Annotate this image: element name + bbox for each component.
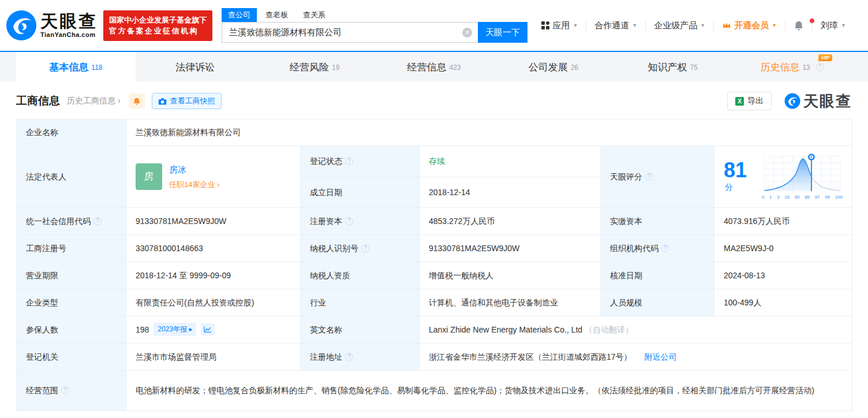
view-business-snapshot-button[interactable]: 查看工商快照 [152, 93, 222, 109]
chevron-down-icon: ▼ [632, 23, 637, 28]
search-tab-relation[interactable]: 查关系 [297, 8, 332, 22]
reg-status-value: 存续 [420, 146, 601, 177]
tab-label: 法律诉讼 [175, 61, 215, 74]
clear-search-icon[interactable]: ✕ [462, 28, 472, 38]
notification-red-dot [810, 18, 814, 23]
table-row: 统一社会信用代码? 91330781MA2E5W9J0W 注册资本? 4853.… [17, 207, 852, 234]
excel-icon: X [735, 97, 744, 106]
help-icon[interactable]: ? [345, 217, 353, 225]
reg-authority-label: 登记机关 [17, 343, 126, 370]
site-header: 天眼查 TianYanCha.com 国家中小企业发展子基金旗下 官方备案企业征… [0, 0, 868, 51]
business-scope-label: 经营范围? [17, 370, 126, 410]
status-badge: 存续 [429, 156, 445, 166]
credit-code-label: 统一社会信用代码? [17, 207, 126, 234]
business-info-table: 企业名称 兰溪致德新能源材料有限公司 法定代表人 房 房冰 任职14家企业 › … [16, 119, 852, 411]
line-chart-icon [204, 326, 212, 333]
org-code-label: 组织机构代码? [601, 234, 714, 262]
business-term-value: 2018-12-14 至 9999-09-09 [126, 262, 301, 289]
tab-intellectual-property[interactable]: 知识产权 75 [613, 52, 732, 82]
legal-rep-cell: 房 房冰 任职14家企业 › [126, 146, 301, 208]
table-row: 登记机关 兰溪市市场监督管理局 注册地址? 浙江省金华市兰溪经济开发区（兰江街道… [17, 343, 852, 370]
insured-count-label: 参保人数 [17, 316, 126, 343]
tab-label: 经营风险 [290, 61, 329, 74]
help-icon[interactable]: ? [345, 157, 353, 165]
tab-label: 基本信息 [49, 61, 88, 74]
industry-value: 计算机、通信和其他电子设备制造业 [420, 289, 601, 316]
reg-number-value: 330781000148663 [126, 234, 301, 262]
table-row: 法定代表人 房 房冰 任职14家企业 › 登记状态? 存续 天眼评分? 81分 [17, 146, 852, 177]
help-icon[interactable]: ? [345, 353, 353, 361]
legal-rep-avatar[interactable]: 房 [136, 163, 162, 190]
annual-report-badge[interactable]: 2023年报 ▸ [154, 323, 196, 336]
reg-address-text: 浙江省金华市兰溪经济开发区（兰江街道城郊西路17号） [429, 352, 632, 361]
tab-operating-risk[interactable]: 经营风险 19 [255, 52, 375, 82]
search-input[interactable] [222, 23, 478, 42]
reg-number-label: 工商注册号 [17, 234, 126, 262]
insured-count-cell: 198 2023年报 ▸ [126, 316, 301, 343]
business-term-label: 营业期限 [17, 262, 126, 289]
table-row: 经营范围? 电池新材料的研发；锂电池复合负极新材料的生产、销售(除危险化学品、易… [17, 370, 852, 410]
tab-basic-info[interactable]: 基本信息 118 [16, 52, 136, 82]
legal-rep-name-link[interactable]: 房冰 [169, 163, 219, 177]
score-label: 天眼评分? [601, 146, 714, 208]
logo-subtitle: TianYanCha.com [40, 32, 98, 38]
tianyancha-logo-icon [6, 10, 37, 41]
search-tab-boss[interactable]: 查老板 [259, 8, 294, 22]
company-type-value: 有限责任公司(自然人投资或控股) [126, 289, 301, 316]
trend-chart-button[interactable] [201, 323, 215, 335]
tab-count: 75 [690, 64, 698, 72]
tab-legal-litigation[interactable]: 法律诉讼 [136, 52, 255, 82]
legal-rep-positions-link[interactable]: 任职14家企业 › [169, 179, 219, 191]
logo-title: 天眼查 [40, 13, 98, 30]
search-button[interactable]: 天眼一下 [478, 22, 527, 43]
search-block: 查公司 查老板 查关系 ✕ 天眼一下 [222, 8, 527, 43]
nearby-companies-link[interactable]: 附近公司 [644, 352, 676, 361]
history-business-info-link[interactable]: 历史工商信息 › [67, 96, 121, 106]
section-header: 工商信息 历史工商信息 › 查看工商快照 X 导出 [16, 91, 852, 111]
tianyancha-logo[interactable]: 天眼查 TianYanCha.com [6, 10, 98, 41]
bell-icon [133, 97, 141, 106]
tab-count: 13 [802, 64, 810, 72]
help-icon[interactable]: ? [816, 63, 824, 71]
export-button[interactable]: X 导出 [727, 92, 772, 110]
table-row: 企业名称 兰溪致德新能源材料有限公司 [17, 120, 852, 146]
chevron-down-icon: ▼ [700, 23, 705, 28]
monitor-bell-button[interactable] [129, 94, 145, 109]
crown-icon [722, 21, 731, 29]
score-axis-labels: 01 315 5085 9799 100 [762, 194, 843, 201]
help-icon[interactable]: ? [361, 244, 369, 252]
gov-badge-line2: 官方备案企业征信机构 [109, 25, 207, 37]
english-name-text: Lanxi Zhide New Energy Materials Co., Lt… [429, 325, 582, 334]
help-icon[interactable]: ? [93, 217, 102, 225]
chevron-down-icon: ▼ [573, 23, 578, 28]
nav-notifications[interactable] [785, 20, 812, 31]
nav-vip-upgrade[interactable]: 开通会员 ▼ [713, 20, 785, 31]
tab-label: 公司发展 [529, 61, 568, 74]
score-unit: 分 [725, 182, 733, 192]
tab-history-info[interactable]: VIP 历史信息 13 ? [732, 52, 852, 82]
help-icon[interactable]: ? [61, 386, 69, 394]
tab-business-info[interactable]: 经营信息 423 [375, 52, 494, 82]
legal-rep-label: 法定代表人 [17, 146, 126, 208]
nav-user-menu[interactable]: 刘璋 ▼ [812, 20, 854, 31]
table-row: 工商注册号 330781000148663 纳税人识别号? 91330781MA… [17, 234, 852, 262]
help-icon[interactable]: ? [661, 244, 669, 252]
camera-icon [158, 98, 167, 105]
nav-partner[interactable]: 合作通道 ▼ [586, 20, 645, 31]
tab-company-development[interactable]: 公司发展 26 [493, 52, 613, 82]
english-name-label: 英文名称 [301, 316, 420, 343]
tab-count: 19 [332, 64, 339, 72]
vip-badge: VIP [818, 54, 833, 61]
taxpayer-quals-label: 纳税人资质 [301, 262, 420, 289]
nav-apps-label: 应用 [552, 20, 570, 31]
help-icon[interactable]: ? [645, 173, 653, 181]
search-tab-company[interactable]: 查公司 [222, 8, 257, 22]
score-distribution-chart: 01 315 5085 9799 100 [762, 152, 843, 201]
org-code-value: MA2E5W9J-0 [714, 234, 852, 262]
staff-size-label: 人员规模 [601, 289, 714, 316]
nav-enterprise[interactable]: 企业级产品 ▼ [645, 20, 713, 31]
gov-certification-badge: 国家中小企业发展子基金旗下 官方备案企业征信机构 [103, 10, 212, 41]
nav-apps[interactable]: 应用 ▼ [533, 20, 586, 31]
username: 刘璋 [821, 20, 838, 31]
taxpayer-quals-value: 增值税一般纳税人 [420, 262, 601, 289]
